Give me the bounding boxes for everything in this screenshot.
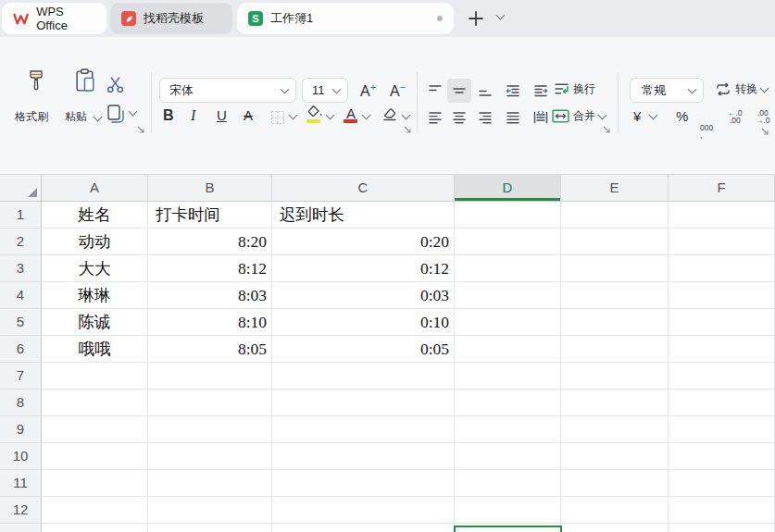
row-header-11[interactable]: 11 <box>0 470 42 497</box>
tab-list-chevron-icon[interactable] <box>496 11 506 20</box>
bold-button[interactable]: B <box>163 107 174 124</box>
cell-D11[interactable] <box>455 470 561 497</box>
cell-B12[interactable] <box>148 497 272 524</box>
align-right-icon[interactable] <box>478 110 493 125</box>
row-header-10[interactable]: 10 <box>0 443 42 470</box>
cell-E5[interactable] <box>561 309 669 336</box>
cell-E3[interactable] <box>561 255 669 282</box>
cell-F6[interactable] <box>669 336 775 363</box>
cell-C1[interactable]: 迟到时长 <box>272 202 455 229</box>
cell-A12[interactable] <box>42 497 148 524</box>
cell-F5[interactable] <box>669 309 775 336</box>
cell-C4[interactable]: 0:03 <box>272 282 455 309</box>
paste-label[interactable]: 粘贴 <box>65 109 87 125</box>
cell-A13[interactable] <box>42 524 148 532</box>
dialog-launcher-icon[interactable] <box>761 128 769 136</box>
select-all-corner[interactable] <box>0 175 42 202</box>
currency-button[interactable]: ¥ <box>633 108 641 124</box>
cell-C13[interactable] <box>272 524 455 532</box>
fill-color-chevron-icon[interactable] <box>326 111 335 120</box>
cell-B1[interactable]: 打卡时间 <box>148 202 272 229</box>
cell-B10[interactable] <box>148 443 272 470</box>
tab-workbook1[interactable]: S 工作簿1 <box>237 3 454 34</box>
strikethrough-button[interactable]: A <box>244 107 253 123</box>
cell-E2[interactable] <box>561 229 669 255</box>
underline-button[interactable]: U <box>217 107 227 123</box>
cell-F1[interactable] <box>669 202 775 229</box>
column-header-B[interactable]: B <box>148 175 272 202</box>
cell-E12[interactable] <box>561 497 669 524</box>
italic-button[interactable]: I <box>191 107 195 124</box>
column-header-C[interactable]: C <box>272 175 455 202</box>
active-cell-selection[interactable] <box>454 526 562 532</box>
cell-F8[interactable] <box>669 390 775 416</box>
increase-decimal-button[interactable]: .00 →.0 <box>756 109 770 124</box>
cell-A6[interactable]: 哦哦 <box>42 336 148 363</box>
increase-font-button[interactable]: A+ <box>360 81 376 100</box>
cell-E8[interactable] <box>561 390 669 416</box>
cell-C9[interactable] <box>272 416 455 443</box>
cell-C11[interactable] <box>272 470 455 497</box>
column-header-F[interactable]: F <box>669 175 775 202</box>
cell-A4[interactable]: 琳琳 <box>42 282 148 309</box>
cell-E9[interactable] <box>561 416 669 443</box>
cell-E4[interactable] <box>561 282 669 309</box>
align-left-icon[interactable] <box>428 110 443 125</box>
row-header-6[interactable]: 6 <box>0 336 42 363</box>
convert-button[interactable]: 转换 <box>715 81 768 97</box>
valign-middle-icon[interactable] <box>452 83 467 98</box>
cell-A8[interactable] <box>42 390 148 416</box>
cell-D1[interactable] <box>455 202 561 229</box>
percent-button[interactable]: % <box>676 108 688 124</box>
format-painter-label[interactable]: 格式刷 <box>15 109 48 125</box>
cell-C3[interactable]: 0:12 <box>272 255 455 282</box>
borders-icon[interactable] <box>270 110 285 125</box>
cut-icon[interactable] <box>106 76 125 93</box>
copy-chevron-icon[interactable] <box>129 107 138 117</box>
font-size-select[interactable]: 11 <box>302 78 348 103</box>
currency-chevron-icon[interactable] <box>649 111 658 120</box>
cell-B2[interactable]: 8:20 <box>148 229 272 255</box>
cell-A5[interactable]: 陈诚 <box>42 309 148 336</box>
decrease-indent-icon[interactable] <box>506 83 520 98</box>
align-justify-icon[interactable] <box>506 110 520 125</box>
cell-E6[interactable] <box>561 336 669 363</box>
row-header-12[interactable]: 12 <box>0 497 42 524</box>
cell-F3[interactable] <box>669 255 775 282</box>
cell-D9[interactable] <box>455 416 561 443</box>
cell-D12[interactable] <box>455 497 561 524</box>
cell-D3[interactable] <box>455 255 561 282</box>
cell-B3[interactable]: 8:12 <box>148 255 272 282</box>
row-header-4[interactable]: 4 <box>0 282 42 309</box>
merge-cells-button[interactable]: 合并 <box>552 108 606 124</box>
cell-F9[interactable] <box>669 416 775 443</box>
cell-D8[interactable] <box>455 390 561 416</box>
cell-A2[interactable]: 动动 <box>42 229 148 255</box>
decrease-decimal-button[interactable]: ←.0 .00 <box>728 109 743 124</box>
new-tab-button[interactable] <box>467 9 485 28</box>
column-header-D[interactable]: D <box>455 175 561 202</box>
cell-F12[interactable] <box>669 497 775 524</box>
fill-color-icon[interactable] <box>306 105 323 118</box>
align-center-icon[interactable] <box>452 110 467 125</box>
cell-B9[interactable] <box>148 416 272 443</box>
cell-D5[interactable] <box>455 309 561 336</box>
cell-D10[interactable] <box>455 443 561 470</box>
cell-F11[interactable] <box>669 470 775 497</box>
dialog-launcher-icon[interactable] <box>404 126 412 134</box>
cell-F2[interactable] <box>669 229 775 255</box>
cell-A1[interactable]: 姓名 <box>42 202 148 229</box>
column-header-A[interactable]: A <box>42 175 148 202</box>
cell-E7[interactable] <box>561 363 669 390</box>
cell-F7[interactable] <box>669 363 775 390</box>
dialog-launcher-icon[interactable] <box>603 126 611 134</box>
copy-icon[interactable] <box>106 104 125 124</box>
font-color-chevron-icon[interactable] <box>362 111 371 120</box>
cell-B4[interactable]: 8:03 <box>148 282 272 309</box>
column-header-E[interactable]: E <box>561 175 669 202</box>
cell-A7[interactable] <box>42 363 148 390</box>
cell-B5[interactable]: 8:10 <box>148 309 272 336</box>
cell-A11[interactable] <box>42 470 148 497</box>
row-header-8[interactable]: 8 <box>0 390 42 416</box>
valign-top-icon[interactable] <box>428 83 443 98</box>
